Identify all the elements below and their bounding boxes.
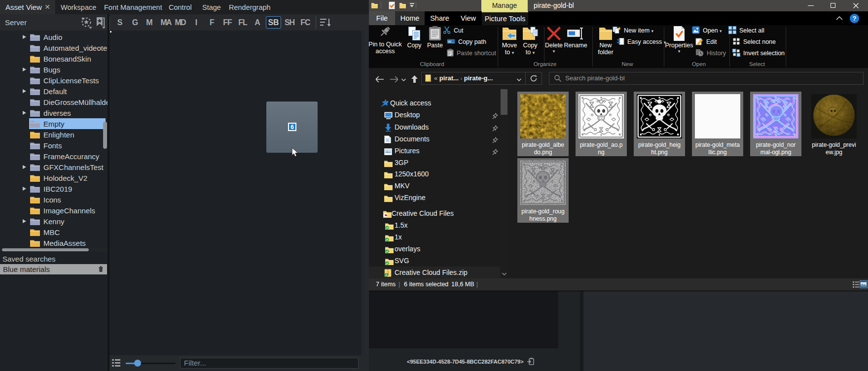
svg-text:W...: W... [448,39,454,44]
